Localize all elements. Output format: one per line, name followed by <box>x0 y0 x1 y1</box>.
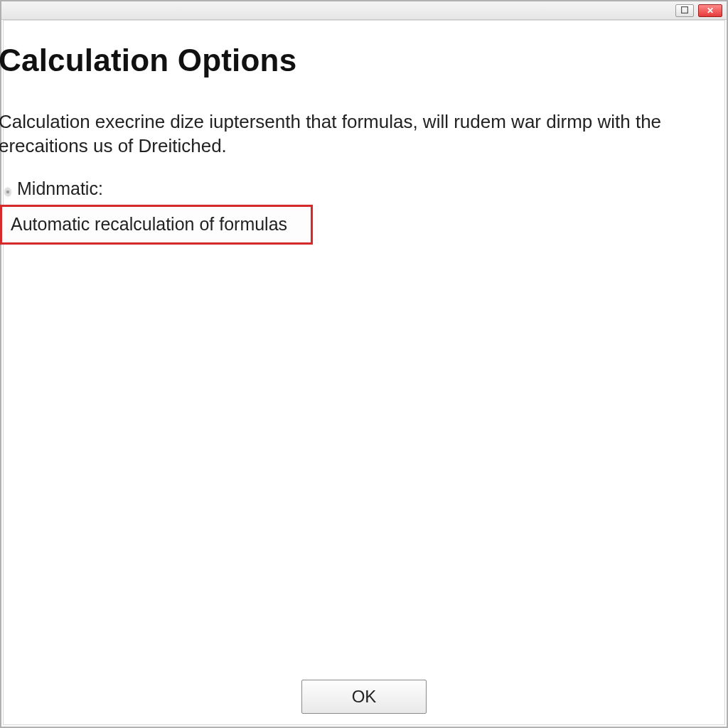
close-button[interactable]: ✕ <box>698 4 722 17</box>
description-text: Calculation execrine dize iuptersenth th… <box>0 109 695 178</box>
maximize-button[interactable] <box>675 4 694 17</box>
gear-icon <box>1 182 14 195</box>
page-title: Calculation Options <box>0 43 727 109</box>
ok-button-label: OK <box>352 687 377 707</box>
maximize-icon <box>681 6 688 15</box>
dialog-content: Calculation Options Calculation execrine… <box>1 20 727 727</box>
close-icon: ✕ <box>707 6 714 15</box>
calculation-mode-dropdown[interactable]: Automatic recalculation of formulas <box>0 205 313 245</box>
dialog-footer: OK <box>1 680 727 714</box>
section-label: Midnmatic: <box>1 178 727 205</box>
svg-rect-0 <box>682 6 688 13</box>
titlebar: ✕ <box>1 1 727 20</box>
ok-button[interactable]: OK <box>301 680 427 714</box>
section-label-text: Midnmatic: <box>17 178 103 199</box>
calculation-mode-selected: Automatic recalculation of formulas <box>11 214 287 235</box>
dialog-window: ✕ Calculation Options Calculation execri… <box>0 0 728 728</box>
